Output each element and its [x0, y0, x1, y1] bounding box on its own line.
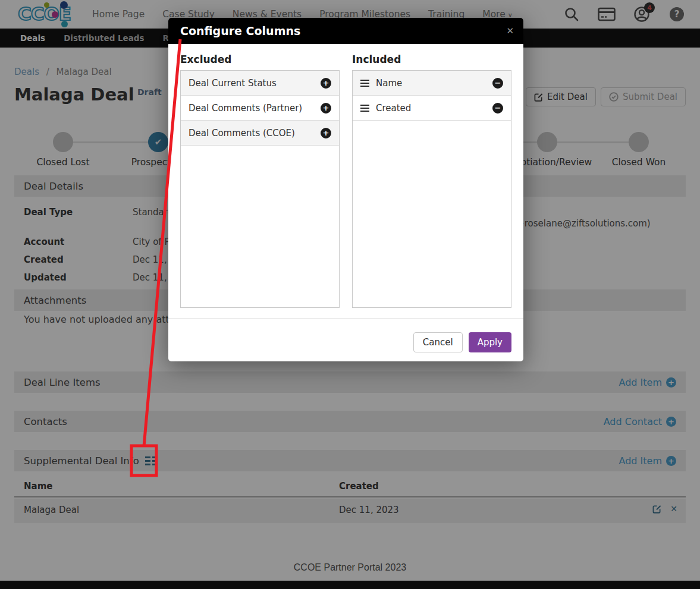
drag-handle-icon[interactable] [360, 105, 369, 112]
modal-body: Excluded Included Deal Current Status + … [168, 44, 523, 308]
configure-columns-modal: Configure Columns ✕ Excluded Included De… [168, 18, 523, 361]
modal-header: Configure Columns ✕ [168, 18, 523, 44]
included-list: Name − Created − [352, 70, 511, 308]
included-label: Included [352, 53, 511, 65]
included-item-created[interactable]: Created − [353, 96, 511, 121]
apply-button[interactable]: Apply [469, 332, 511, 352]
excluded-item-deal-comments-ccoe[interactable]: Deal Comments (CCOE) + [181, 121, 339, 146]
cancel-button[interactable]: Cancel [413, 332, 463, 352]
remove-column-icon[interactable]: − [492, 78, 503, 89]
included-item-name[interactable]: Name − [353, 71, 511, 96]
close-icon[interactable]: ✕ [506, 26, 514, 36]
add-column-icon[interactable]: + [321, 78, 331, 89]
modal-title: Configure Columns [180, 24, 300, 37]
drag-handle-icon[interactable] [360, 80, 369, 87]
excluded-list: Deal Current Status + Deal Comments (Par… [180, 70, 340, 308]
excluded-item-deal-comments-partner[interactable]: Deal Comments (Partner) + [181, 96, 339, 121]
modal-footer: Cancel Apply [168, 318, 523, 361]
excluded-item-deal-current-status[interactable]: Deal Current Status + [181, 71, 339, 96]
add-column-icon[interactable]: + [321, 128, 331, 138]
add-column-icon[interactable]: + [321, 103, 331, 114]
excluded-label: Excluded [180, 53, 340, 65]
remove-column-icon[interactable]: − [492, 103, 503, 114]
